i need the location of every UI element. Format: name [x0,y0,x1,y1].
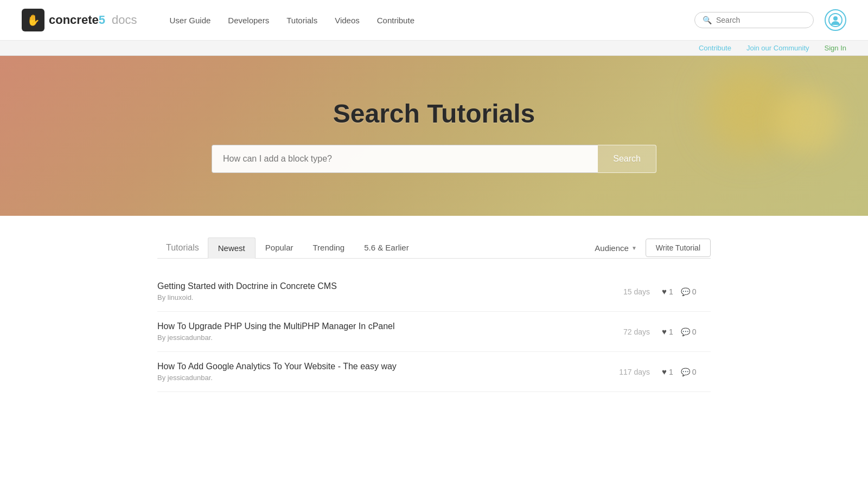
nav-developers[interactable]: Developers [228,16,269,25]
tutorial-info: Getting Started with Doctrine in Concret… [157,281,612,301]
comment-icon: 💬 [681,368,690,376]
search-icon: 🔍 [703,16,712,24]
site-header: ✋ concrete5 docs User Guide Developers T… [0,0,868,41]
hero-background [0,56,868,216]
tab-trending[interactable]: Trending [303,237,355,259]
likes-count: 1 [669,368,673,376]
nav-contribute[interactable]: Contribute [377,16,414,25]
comments-stat: 💬 0 [681,368,697,376]
tabs-right-controls: Audience ▼ Write Tutorial [595,239,711,257]
chevron-down-icon: ▼ [631,245,637,251]
tutorial-info: How To Upgrade PHP Using the MultiPHP Ma… [157,322,612,342]
tutorial-title[interactable]: How To Upgrade PHP Using the MultiPHP Ma… [157,322,612,331]
tutorial-item: How To Upgrade PHP Using the MultiPHP Ma… [157,312,711,352]
tutorial-days: 15 days [612,287,650,296]
tutorial-days: 72 days [612,328,650,336]
nav-user-guide[interactable]: User Guide [169,16,210,25]
tutorial-stats: ♥ 1 💬 0 [662,367,711,376]
hero-section: Search Tutorials Search [0,56,868,216]
comments-count: 0 [692,287,697,296]
audience-label: Audience [595,243,629,253]
comment-icon: 💬 [681,328,690,336]
brand-name: concrete5 [49,13,105,27]
comments-stat: 💬 0 [681,328,697,336]
tutorial-item: How To Add Google Analytics To Your Webs… [157,352,711,392]
likes-stat: ♥ 1 [662,367,673,376]
sub-header: Contribute Join our Community Sign In [0,41,868,56]
svg-point-1 [833,16,838,21]
hero-search-button[interactable]: Search [598,145,656,173]
tutorial-stats: ♥ 1 💬 0 [662,287,711,296]
sub-community-link[interactable]: Join our Community [746,44,809,52]
tabs-row: Tutorials Newest Popular Trending 5.6 & … [157,237,711,259]
tutorial-meta: 72 days ♥ 1 💬 0 [612,327,711,336]
tutorial-stats: ♥ 1 💬 0 [662,327,711,336]
tutorial-title[interactable]: Getting Started with Doctrine in Concret… [157,281,612,291]
comments-stat: 💬 0 [681,287,697,296]
tutorial-title[interactable]: How To Add Google Analytics To Your Webs… [157,362,612,371]
tutorial-author: By linuxoid. [157,293,612,301]
tab-older[interactable]: 5.6 & Earlier [354,237,419,259]
brand-num: 5 [99,13,105,27]
tutorial-list: Getting Started with Doctrine in Concret… [157,272,711,392]
likes-count: 1 [669,328,673,336]
comments-count: 0 [692,368,697,376]
comments-count: 0 [692,328,697,336]
hero-search-row: Search [212,145,656,173]
heart-icon: ♥ [662,327,667,336]
tutorial-item: Getting Started with Doctrine in Concret… [157,272,711,312]
brand-docs: docs [112,13,137,27]
main-content: Tutorials Newest Popular Trending 5.6 & … [136,216,732,425]
logo-icon: ✋ [22,9,44,31]
hero-search-input[interactable] [212,145,598,173]
tutorial-days: 117 days [612,368,650,376]
tab-popular[interactable]: Popular [256,237,303,259]
comment-icon: 💬 [681,287,690,296]
sub-contribute-link[interactable]: Contribute [699,44,731,52]
tab-newest[interactable]: Newest [208,237,256,259]
tutorial-meta: 117 days ♥ 1 💬 0 [612,367,711,376]
tutorial-author: By jessicadunbar. [157,374,612,382]
write-tutorial-button[interactable]: Write Tutorial [646,239,711,257]
logo[interactable]: ✋ concrete5 docs [22,9,137,31]
tutorial-info: How To Add Google Analytics To Your Webs… [157,362,612,382]
header-search-input[interactable] [716,16,806,24]
tutorial-author: By jessicadunbar. [157,333,612,342]
likes-count: 1 [669,287,673,296]
main-nav: User Guide Developers Tutorials Videos C… [169,16,694,25]
heart-icon: ♥ [662,367,667,376]
audience-dropdown[interactable]: Audience ▼ [595,240,636,256]
tutorials-tab-label: Tutorials [157,237,208,258]
nav-tutorials[interactable]: Tutorials [286,16,317,25]
user-avatar[interactable] [825,9,846,31]
header-search-box[interactable]: 🔍 [694,12,814,28]
hero-title: Search Tutorials [333,99,535,129]
likes-stat: ♥ 1 [662,327,673,336]
nav-videos[interactable]: Videos [335,16,360,25]
sub-signin-link[interactable]: Sign In [825,44,846,52]
heart-icon: ♥ [662,287,667,296]
tutorial-meta: 15 days ♥ 1 💬 0 [612,287,711,296]
likes-stat: ♥ 1 [662,287,673,296]
